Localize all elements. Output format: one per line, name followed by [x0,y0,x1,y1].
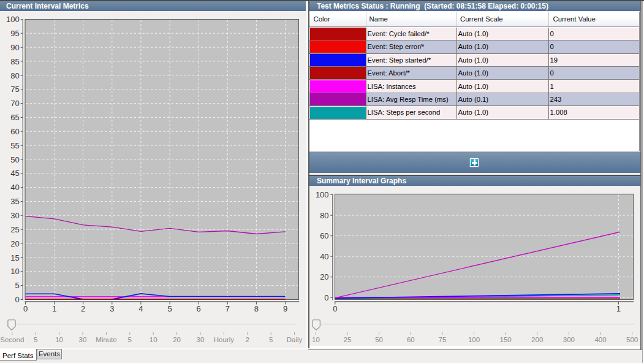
svg-text:50: 50 [10,155,19,164]
svg-text:100: 100 [316,190,329,199]
svg-text:9: 9 [283,304,287,313]
svg-text:1: 1 [616,304,621,313]
svg-text:5: 5 [128,336,132,343]
svg-text:65: 65 [10,113,19,122]
svg-text:3: 3 [110,304,114,313]
svg-text:500: 500 [626,336,638,343]
svg-text:200: 200 [531,336,543,343]
svg-text:Minute: Minute [96,336,117,343]
svg-text:20: 20 [10,239,19,248]
svg-text:45: 45 [10,169,19,178]
svg-text:35: 35 [10,197,19,206]
svg-text:0: 0 [324,293,328,302]
svg-text:5: 5 [167,304,172,313]
svg-text:80: 80 [320,211,328,220]
svg-text:Second: Second [0,336,24,343]
svg-text:30: 30 [10,211,19,220]
svg-text:2: 2 [81,304,85,313]
svg-text:70: 70 [10,99,19,108]
svg-text:20: 20 [320,272,328,281]
svg-text:60: 60 [407,336,415,343]
svg-text:55: 55 [10,141,19,150]
svg-text:4: 4 [138,304,143,313]
svg-text:10: 10 [150,336,157,343]
svg-text:40: 40 [320,252,328,261]
svg-text:1: 1 [52,304,56,313]
svg-text:2: 2 [246,336,249,343]
svg-text:10: 10 [10,267,19,276]
svg-text:25: 25 [344,336,352,343]
svg-text:30: 30 [79,336,87,343]
svg-text:60: 60 [320,231,328,240]
svg-text:10: 10 [312,336,320,343]
svg-text:Daily: Daily [287,336,303,343]
svg-text:50: 50 [375,336,383,343]
svg-text:150: 150 [500,336,512,343]
svg-text:30: 30 [197,336,205,343]
svg-text:8: 8 [254,304,259,313]
svg-text:85: 85 [10,57,19,66]
svg-text:Hourly: Hourly [214,336,234,343]
svg-text:90: 90 [10,43,19,52]
svg-text:0: 0 [23,304,28,313]
svg-text:15: 15 [10,253,19,262]
svg-text:0: 0 [333,304,337,313]
svg-text:25: 25 [10,225,19,234]
svg-text:5: 5 [269,336,273,343]
svg-text:20: 20 [173,336,181,343]
svg-text:10: 10 [55,336,63,343]
svg-text:5: 5 [15,281,19,290]
svg-text:100: 100 [468,336,480,343]
svg-text:60: 60 [10,127,19,136]
svg-text:5: 5 [34,336,37,343]
svg-text:100: 100 [6,15,20,24]
svg-text:300: 300 [563,336,575,343]
svg-text:95: 95 [10,29,19,38]
svg-text:400: 400 [594,336,606,343]
svg-text:40: 40 [10,183,19,192]
svg-text:7: 7 [225,304,230,313]
svg-text:75: 75 [10,85,19,94]
svg-text:75: 75 [439,336,447,343]
svg-text:80: 80 [10,71,19,80]
svg-text:0: 0 [15,295,19,304]
svg-text:6: 6 [197,304,201,313]
